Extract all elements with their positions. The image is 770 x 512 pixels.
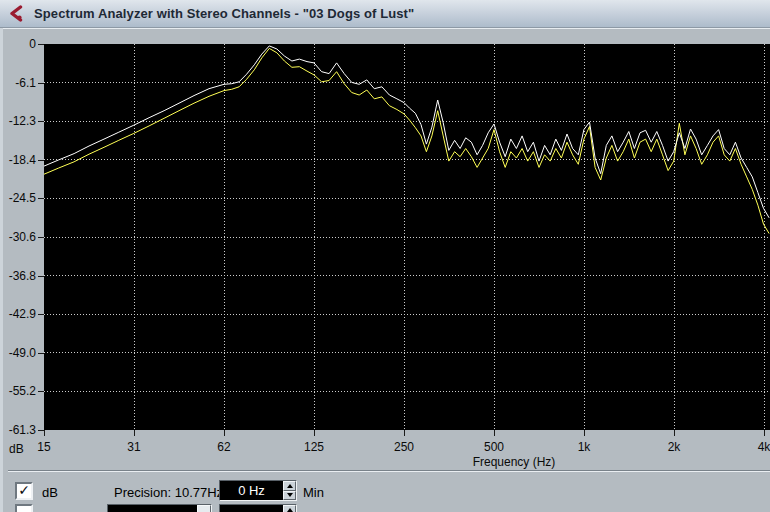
spectrum-plot <box>44 44 770 430</box>
y-axis-tick <box>38 160 44 161</box>
x-axis-tick <box>44 430 45 436</box>
x-axis-tick <box>314 430 315 436</box>
window-title: Spectrum Analyzer with Stereo Channels -… <box>34 6 414 21</box>
y-axis-tick <box>38 314 44 315</box>
max-frequency-value <box>220 505 283 512</box>
x-axis-tick <box>404 430 405 436</box>
y-axis-tick <box>38 276 44 277</box>
y-axis-tick <box>38 198 44 199</box>
y-axis-tick <box>38 391 44 392</box>
y-axis-tick-label: -12.3 <box>0 114 36 128</box>
y-axis-tick-label: -6.1 <box>0 76 36 90</box>
x-axis-tick <box>764 430 765 436</box>
y-axis-tick <box>38 83 44 84</box>
x-axis-title: Frequency (Hz) <box>444 455 584 469</box>
y-axis-tick-label: -36.8 <box>0 269 36 283</box>
title-bar[interactable]: Spectrum Analyzer with Stereo Channels -… <box>0 0 770 28</box>
y-axis-tick-label: -55.2 <box>0 384 36 398</box>
min-frequency-field[interactable]: 0 Hz <box>219 480 297 501</box>
panel-divider <box>8 470 770 472</box>
x-axis-tick <box>134 430 135 436</box>
x-axis-tick-label: 31 <box>112 440 156 454</box>
precision-label: Precision: 10.77Hz <box>114 485 223 500</box>
spectrum-analyzer-app-icon <box>8 5 25 23</box>
max-frequency-field[interactable] <box>219 504 297 512</box>
y-axis-tick-label: 0 <box>0 37 36 51</box>
spinner-down-icon[interactable] <box>283 491 296 501</box>
db-checkbox[interactable]: ✓ <box>15 482 33 500</box>
second-checkbox[interactable] <box>15 504 33 512</box>
spinner-up-icon[interactable] <box>283 505 296 512</box>
x-axis-tick-label: 62 <box>202 440 246 454</box>
y-axis-tick-label: -30.6 <box>0 230 36 244</box>
spinner-up-icon[interactable] <box>283 481 296 491</box>
y-axis-tick <box>38 237 44 238</box>
y-axis-tick-label: -61.3 <box>0 423 36 437</box>
spectrum-analyzer-window: { "window": { "title": "Spectrum Analyze… <box>0 0 770 512</box>
y-axis-tick-label: -18.4 <box>0 153 36 167</box>
panel-top-edge <box>3 28 770 29</box>
y-axis-tick-label: -49.0 <box>0 346 36 360</box>
x-axis-tick <box>494 430 495 436</box>
min-frequency-value: 0 Hz <box>220 481 283 500</box>
x-axis-tick <box>224 430 225 436</box>
x-axis-tick-label: 500 <box>472 440 516 454</box>
mode-dropdown[interactable] <box>107 504 212 512</box>
x-axis-tick-label: 1k <box>562 440 606 454</box>
x-axis-tick-label: 4k <box>742 440 770 454</box>
min-frequency-spinner <box>283 481 296 500</box>
min-label: Min <box>303 485 324 500</box>
x-axis-tick-label: 15 <box>22 440 66 454</box>
x-axis-tick-label: 2k <box>652 440 696 454</box>
y-axis-tick <box>38 121 44 122</box>
x-axis-tick-label: 125 <box>292 440 336 454</box>
y-axis-tick-label: -24.5 <box>0 191 36 205</box>
x-axis-tick <box>584 430 585 436</box>
dropdown-arrow-icon[interactable] <box>197 505 211 512</box>
max-frequency-spinner <box>283 505 296 512</box>
mode-dropdown-value <box>108 505 197 512</box>
y-axis-tick <box>38 353 44 354</box>
db-checkbox-label: dB <box>42 485 58 500</box>
left-channel-trace <box>44 46 769 218</box>
x-axis-tick <box>674 430 675 436</box>
y-axis-tick <box>38 44 44 45</box>
y-axis-tick-label: -42.9 <box>0 307 36 321</box>
x-axis-tick-label: 250 <box>382 440 426 454</box>
